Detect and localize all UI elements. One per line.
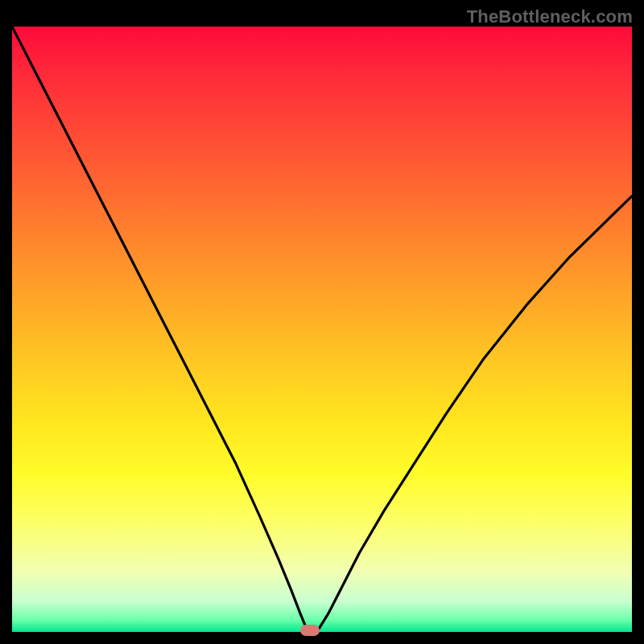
- gradient-plot-area: [12, 27, 632, 632]
- optimum-marker: [300, 625, 320, 636]
- watermark-text: TheBottleneck.com: [467, 6, 633, 27]
- chart-container: TheBottleneck.com: [0, 0, 644, 644]
